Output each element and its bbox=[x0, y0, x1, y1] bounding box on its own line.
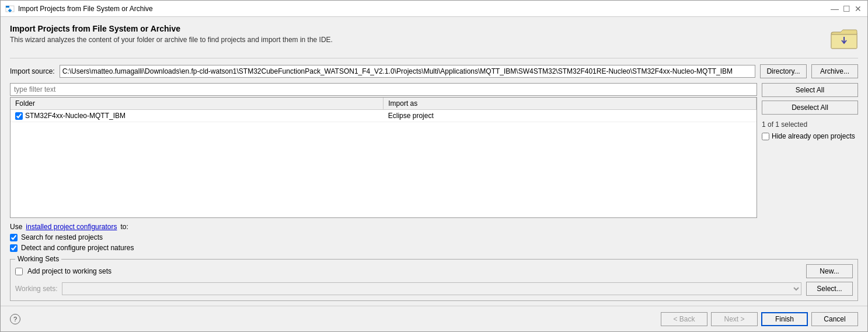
minimize-button[interactable]: — bbox=[830, 4, 839, 13]
table-header: Folder Import as bbox=[11, 98, 757, 110]
nested-checkbox[interactable] bbox=[10, 234, 18, 241]
row-checkbox[interactable] bbox=[15, 112, 23, 120]
title-bar-left: Import Projects from File System or Arch… bbox=[5, 4, 153, 13]
archive-button[interactable]: Archive... bbox=[811, 64, 858, 78]
hide-open-label: Hide already open projects bbox=[772, 132, 855, 140]
next-button[interactable]: Next > bbox=[711, 312, 758, 326]
folder-cell: STM32F4xx-Nucleo-MQTT_IBM bbox=[11, 110, 384, 122]
folder-name: STM32F4xx-Nucleo-MQTT_IBM bbox=[25, 112, 126, 120]
bottom-section: Use installed project configurators to: … bbox=[10, 218, 858, 306]
left-panel: Folder Import as STM32F4xx-Nucleo-MQTT_I… bbox=[10, 83, 757, 218]
footer: ? < Back Next > Finish Cancel bbox=[1, 306, 867, 331]
close-button[interactable]: ✕ bbox=[853, 4, 863, 13]
working-sets-input-row: Working sets: Select... bbox=[15, 282, 853, 296]
working-sets-combo[interactable] bbox=[62, 282, 801, 295]
title-bar: Import Projects from File System or Arch… bbox=[1, 1, 867, 17]
dialog-description: This wizard analyzes the content of your… bbox=[10, 36, 333, 44]
table-container: Folder Import as STM32F4xx-Nucleo-MQTT_I… bbox=[10, 97, 757, 218]
title-bar-controls: — ☐ ✕ bbox=[830, 4, 863, 13]
footer-left: ? bbox=[10, 314, 20, 324]
add-working-sets-row: Add project to working sets New... bbox=[15, 264, 853, 278]
link-row: Use installed project configurators to: bbox=[10, 223, 858, 231]
import-source-input[interactable] bbox=[60, 65, 755, 78]
header-separator bbox=[10, 58, 858, 58]
dialog-title: Import Projects from File System or Arch… bbox=[10, 24, 333, 33]
maximize-button[interactable]: ☐ bbox=[842, 4, 851, 13]
svg-rect-1 bbox=[6, 6, 9, 8]
finish-button[interactable]: Finish bbox=[761, 312, 808, 326]
dialog-header-text: Import Projects from File System or Arch… bbox=[10, 24, 333, 44]
main-window: Import Projects from File System or Arch… bbox=[0, 0, 868, 332]
window-title: Import Projects from File System or Arch… bbox=[18, 5, 153, 13]
options-section: Use installed project configurators to: … bbox=[10, 223, 858, 252]
link-suffix: to: bbox=[120, 223, 128, 231]
projects-table: Folder Import as STM32F4xx-Nucleo-MQTT_I… bbox=[11, 98, 757, 122]
filter-input[interactable] bbox=[10, 83, 757, 96]
right-panel: Select All Deselect All 1 of 1 selected … bbox=[762, 83, 858, 218]
column-folder: Folder bbox=[11, 98, 384, 110]
working-sets-group: Working Sets Add project to working sets… bbox=[10, 259, 858, 301]
configure-label: Detect and configure project natures bbox=[21, 244, 134, 252]
working-sets-label: Working sets: bbox=[15, 285, 57, 293]
dialog-header: Import Projects from File System or Arch… bbox=[10, 24, 858, 52]
new-working-set-button[interactable]: New... bbox=[806, 264, 853, 278]
hide-open-checkbox[interactable] bbox=[762, 133, 769, 140]
window-icon bbox=[5, 4, 15, 13]
hide-open-row: Hide already open projects bbox=[762, 132, 858, 140]
folder-icon bbox=[830, 24, 858, 52]
selection-info: 1 of 1 selected bbox=[762, 118, 858, 129]
main-area: Folder Import as STM32F4xx-Nucleo-MQTT_I… bbox=[10, 83, 858, 218]
working-sets-legend: Working Sets bbox=[15, 255, 61, 263]
directory-button[interactable]: Directory... bbox=[760, 64, 807, 78]
add-working-sets-label: Add project to working sets bbox=[27, 267, 111, 275]
configurators-link[interactable]: installed project configurators bbox=[26, 223, 117, 231]
table-body: STM32F4xx-Nucleo-MQTT_IBM Eclipse projec… bbox=[11, 110, 757, 122]
deselect-all-button[interactable]: Deselect All bbox=[762, 101, 858, 115]
configure-checkbox[interactable] bbox=[10, 244, 18, 252]
link-prefix: Use bbox=[10, 223, 22, 231]
help-icon[interactable]: ? bbox=[10, 314, 20, 324]
cancel-button[interactable]: Cancel bbox=[811, 312, 858, 326]
import-as-cell: Eclipse project bbox=[384, 110, 757, 122]
dialog-content: Import Projects from File System or Arch… bbox=[1, 17, 867, 306]
add-working-sets-checkbox[interactable] bbox=[15, 268, 23, 275]
back-button[interactable]: < Back bbox=[661, 312, 707, 326]
select-all-button[interactable]: Select All bbox=[762, 83, 858, 97]
nested-row: Search for nested projects bbox=[10, 233, 858, 241]
column-import-as: Import as bbox=[384, 98, 757, 110]
import-source-label: Import source: bbox=[10, 67, 55, 75]
configure-row: Detect and configure project natures bbox=[10, 244, 858, 252]
import-source-row: Import source: Directory... Archive... bbox=[10, 64, 858, 78]
select-working-set-button[interactable]: Select... bbox=[806, 282, 853, 296]
table-row: STM32F4xx-Nucleo-MQTT_IBM Eclipse projec… bbox=[11, 110, 757, 122]
footer-right: < Back Next > Finish Cancel bbox=[661, 312, 858, 326]
nested-label: Search for nested projects bbox=[21, 233, 103, 241]
